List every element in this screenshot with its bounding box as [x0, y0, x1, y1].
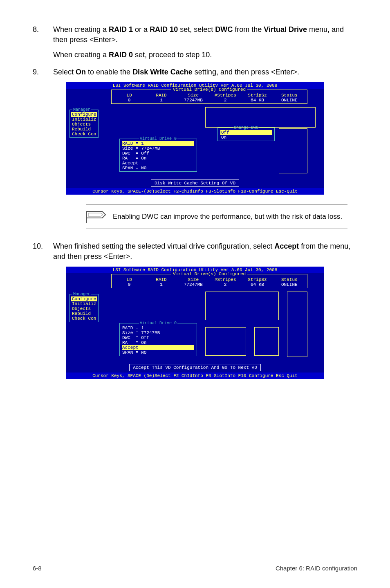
- page-number: 6-8: [33, 565, 42, 572]
- terminal-screenshot-2: LSI Software RAID Configuration Utility …: [33, 267, 357, 379]
- sidebar-item: Initializ: [71, 301, 97, 306]
- sidebar-item: Check Con: [71, 132, 97, 137]
- change-dwc-box: Change DWC Off On: [217, 128, 275, 141]
- vd-line: Size = 77247MB: [122, 330, 194, 335]
- vd-line: Size = 77247MB: [122, 146, 194, 151]
- step-text: When finished setting the selected virtu…: [53, 241, 357, 262]
- step-number: 10.: [33, 241, 53, 262]
- pencil-note-icon: [86, 210, 106, 224]
- step-text: Select On to enable the Disk Write Cache…: [53, 67, 357, 77]
- sidebar-item: Objects: [71, 306, 97, 311]
- note-text: Enabling DWC can improve the performance…: [113, 213, 342, 221]
- empty-region: [205, 292, 279, 320]
- term-header-label: Virtual Drive(s) Configured: [171, 272, 247, 276]
- step-8: 8. When creating a RAID 1 or a RAID 10 s…: [33, 25, 357, 45]
- term-columns: LD0 RAID1 Size77247MB #Stripes2 StripSz6…: [113, 276, 305, 288]
- virtual-drive-box: Virtual Drive 0 RAID = 1 Size = 77247MB …: [119, 323, 197, 356]
- sidebar-item: Objects: [71, 122, 97, 127]
- note-box: Enabling DWC can improve the performance…: [86, 204, 347, 229]
- step-8-subline: When creating a RAID 0 set, proceed to s…: [53, 50, 357, 60]
- chapter-label: Chapter 6: RAID configuration: [276, 565, 357, 572]
- dwc-option: Off: [220, 130, 272, 135]
- vd-line: RAID = 1: [122, 141, 194, 146]
- virtual-drive-box: Virtual Drive 0 RAID = 1 Size = 77247MB …: [119, 139, 197, 172]
- sidebar-item: Rebuild: [71, 127, 97, 132]
- terminal-screenshot-1: LSI Software RAID Configuration Utility …: [33, 82, 357, 195]
- vd-line: Accept: [122, 161, 194, 166]
- sidebar-item: Configure: [71, 112, 97, 117]
- vd-line: DWC = Off: [122, 335, 194, 340]
- term-columns: LD0 RAID1 Size77247MB #Stripes2 StripSz6…: [113, 92, 305, 103]
- term-header-label: Virtual Drive(s) Configured: [171, 87, 247, 92]
- empty-region: [205, 327, 246, 356]
- vd-line: Accept: [122, 345, 194, 350]
- vd-line: SPAN = NO: [122, 166, 194, 171]
- step-9: 9. Select On to enable the Disk Write Ca…: [33, 67, 357, 77]
- term-sidebar: Manager Configure Initializ Objects Rebu…: [69, 110, 99, 138]
- sidebar-item: Initializ: [71, 117, 97, 122]
- vd-line: RA = On: [122, 340, 194, 345]
- term-sidebar: Manager Configure Initializ Objects Rebu…: [69, 294, 99, 322]
- sidebar-item: Rebuild: [71, 311, 97, 316]
- vd-line: RA = On: [122, 156, 194, 161]
- step-number: 9.: [33, 67, 53, 77]
- empty-region: [254, 327, 279, 356]
- sidebar-item: Configure: [71, 296, 97, 301]
- step-10: 10. When finished setting the selected v…: [33, 241, 357, 262]
- term-message: Disk Write Cache Setting Of VD: [66, 181, 324, 186]
- empty-region: [279, 128, 307, 173]
- empty-region: [205, 107, 316, 128]
- term-message: Accept This VD Configuration And Go To N…: [66, 365, 324, 370]
- term-footer: Cursor Keys, SPACE-(De)Select F2-ChIdInf…: [66, 373, 324, 379]
- vd-line: SPAN = NO: [122, 350, 194, 355]
- sidebar-item: Check Con: [71, 316, 97, 321]
- page-footer: 6-8 Chapter 6: RAID configuration: [33, 557, 357, 572]
- step-number: 8.: [33, 25, 53, 45]
- dwc-option: On: [220, 135, 272, 140]
- vd-line: RAID = 1: [122, 325, 194, 330]
- empty-region: [287, 292, 307, 357]
- term-footer: Cursor Keys, SPACE-(De)Select F2-ChIdInf…: [66, 188, 324, 195]
- vd-line: DWC = Off: [122, 151, 194, 156]
- step-text: When creating a RAID 1 or a RAID 10 set,…: [53, 25, 357, 45]
